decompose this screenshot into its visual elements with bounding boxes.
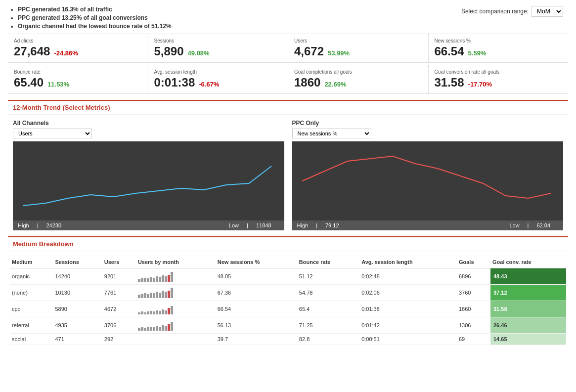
left-chart-low-value: 11848	[256, 222, 271, 228]
cell-bounce: 82.8	[297, 334, 359, 345]
metric-goal-completions-value: 1860	[294, 76, 320, 89]
right-chart-high-label: High	[297, 222, 309, 228]
metric-ad-clicks-label: Ad clicks	[14, 38, 142, 44]
right-chart-high-value: 79.12	[325, 222, 339, 228]
cell-users: 3706	[102, 317, 136, 334]
left-chart-svg	[13, 141, 284, 220]
metric-bounce-rate: Bounce rate 65.40 11.53%	[8, 65, 148, 93]
cell-avg-session: 0:01:42	[359, 317, 457, 334]
cell-avg-session: 0:02:48	[359, 268, 457, 285]
main-container: PPC generated 16.3% of all traffic PPC g…	[0, 0, 576, 351]
cell-goal-rate: 14.65	[490, 334, 566, 345]
cell-goal-rate: 48.43	[490, 268, 566, 285]
right-chart-label: PPC Only	[292, 120, 564, 127]
left-chart-high-value: 24230	[46, 222, 61, 228]
metric-users-change: 53.99%	[328, 49, 350, 57]
metric-goal-conv-values: 31.58 -17.70%	[435, 76, 563, 89]
metric-avg-value: 0:01:38	[154, 76, 195, 89]
right-chart-low-value: 62.04	[536, 222, 550, 228]
metric-goal-conv-value: 31.58	[435, 76, 464, 89]
cell-sessions: 14240	[53, 268, 102, 285]
metric-sessions-values: 5,890 49.08%	[154, 44, 282, 58]
metric-ad-clicks-value: 27,648	[14, 44, 50, 58]
cell-mini-bars	[136, 301, 216, 317]
comparison-select-wrapper: Select comparison range: MoM YoY WoW	[461, 6, 563, 17]
cell-bounce: 54.78	[297, 285, 359, 301]
cell-users: 7761	[102, 285, 136, 301]
right-chart-panel: PPC Only New sessions % Users Sessions B…	[292, 120, 564, 230]
metric-new-sessions-values: 66.54 5.59%	[435, 44, 563, 58]
metric-users-values: 4,672 53.99%	[294, 44, 422, 58]
right-chart-dropdown[interactable]: New sessions % Users Sessions Bounce rat…	[292, 129, 371, 138]
left-chart-label: All Channels	[13, 120, 284, 127]
metric-goal-completions-change: 22.69%	[324, 81, 346, 88]
metric-new-sessions-change: 5.59%	[468, 49, 487, 57]
cell-sessions: 4935	[53, 317, 102, 334]
metric-new-sessions-label: New sessions %	[435, 38, 563, 44]
metric-goal-conv-label: Goal conversion rate all goals	[435, 69, 563, 75]
metric-users: Users 4,672 53.99%	[288, 34, 429, 62]
cell-new-sessions: 66.54	[216, 301, 297, 317]
col-bounce: Bounce rate	[297, 256, 359, 268]
cell-mini-bars	[136, 334, 216, 345]
cell-mini-bars	[136, 317, 216, 334]
metric-goal-conv-rate: Goal conversion rate all goals 31.58 -17…	[429, 65, 569, 93]
cell-bounce: 51.12	[297, 268, 359, 285]
table-row: social 471 292 39.7 82.8 0:00:51 69 14.6…	[10, 334, 566, 345]
table-row: organic 14240 9201 48.05 51.12 0:02:48 6…	[10, 268, 566, 285]
cell-mini-bars	[136, 268, 216, 285]
cell-medium: organic	[10, 268, 53, 285]
right-chart-separator-2: |	[528, 222, 529, 228]
left-chart-area	[13, 141, 284, 220]
right-chart-low-label: Low	[509, 222, 519, 228]
col-goals: Goals	[457, 256, 490, 268]
cell-goal-rate: 31.58	[490, 301, 566, 317]
metric-new-sessions: New sessions % 66.54 5.59%	[429, 34, 569, 62]
left-chart-footer: High | 24230 Low | 11848	[13, 220, 284, 230]
col-medium: Medium	[10, 256, 53, 268]
cell-users: 292	[102, 334, 136, 345]
metric-users-label: Users	[294, 38, 422, 44]
metric-avg-session: Avg. session length 0:01:38 -6.67%	[148, 65, 289, 93]
cell-users: 4672	[102, 301, 136, 317]
left-chart-dropdown[interactable]: Users Sessions Bounce rate New sessions …	[13, 129, 92, 138]
col-users: Users	[102, 256, 136, 268]
metric-sessions-value: 5,890	[154, 44, 184, 58]
cell-medium: referral	[10, 317, 53, 334]
metric-bounce-values: 65.40 11.53%	[14, 76, 142, 89]
col-sessions: Sessions	[53, 256, 102, 268]
cell-avg-session: 0:02:06	[359, 285, 457, 301]
breakdown-header-row: Medium Sessions Users Users by month New…	[10, 256, 566, 268]
table-row: cpc 5890 4672 66.54 65.4 0:01:38 1860 31…	[10, 301, 566, 317]
comparison-dropdown[interactable]: MoM YoY WoW	[532, 6, 563, 17]
cell-sessions: 471	[53, 334, 102, 345]
cell-medium: social	[10, 334, 53, 345]
breakdown-section: Medium Sessions Users Users by month New…	[10, 256, 566, 345]
metric-bounce-label: Bounce rate	[14, 69, 142, 75]
cell-goals: 1306	[457, 317, 490, 334]
metric-ad-clicks-change: -24.86%	[54, 49, 78, 57]
trend-title: 12-Month Trend (Select Metrics)	[13, 104, 563, 111]
breakdown-title: Medium Breakdown	[13, 240, 563, 248]
metric-new-sessions-value: 66.54	[435, 44, 464, 58]
breakdown-thead: Medium Sessions Users Users by month New…	[10, 256, 566, 268]
metric-avg-label: Avg. session length	[154, 69, 282, 75]
metric-avg-values: 0:01:38 -6.67%	[154, 76, 282, 89]
right-chart-svg	[292, 141, 564, 220]
cell-goal-rate: 26.46	[490, 317, 566, 334]
table-row: referral 4935 3706 56.13 71.25 0:01:42 1…	[10, 317, 566, 334]
cell-mini-bars	[136, 285, 216, 301]
metric-sessions-label: Sessions	[154, 38, 282, 44]
left-chart-separator-1: |	[37, 222, 39, 228]
cell-new-sessions: 56.13	[216, 317, 297, 334]
cell-new-sessions: 39.7	[216, 334, 297, 345]
col-users-by-month: Users by month	[136, 256, 216, 268]
breakdown-section-header: Medium Breakdown	[8, 236, 568, 251]
right-chart-footer: High | 79.12 Low | 62.04	[292, 220, 564, 230]
left-chart-dropdown-wrapper: Users Sessions Bounce rate New sessions …	[13, 129, 284, 138]
cell-bounce: 65.4	[297, 301, 359, 317]
left-chart-low-label: Low	[229, 222, 239, 228]
cell-sessions: 10130	[53, 285, 102, 301]
col-new-sessions: New sessions %	[216, 256, 297, 268]
cell-sessions: 5890	[53, 301, 102, 317]
